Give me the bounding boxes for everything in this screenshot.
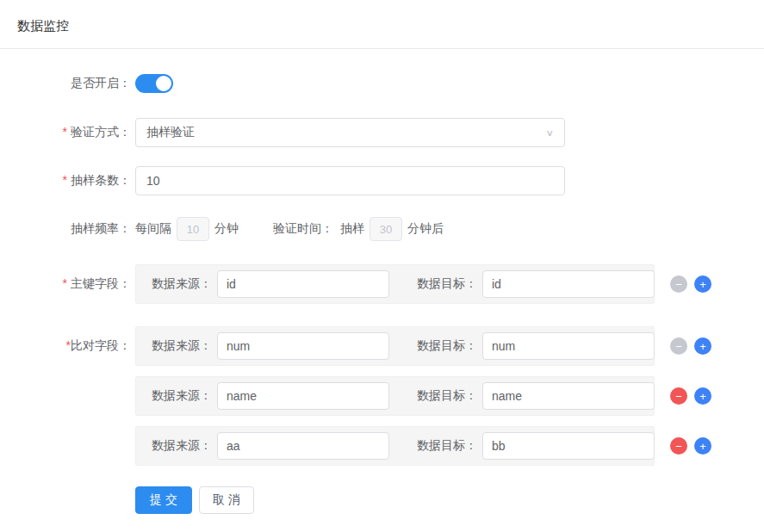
add-row-button[interactable]: + xyxy=(694,387,711,405)
verify-method-label: *验证方式： xyxy=(0,125,135,140)
verify-method-value: 抽样验证 xyxy=(146,125,545,140)
minus-icon: − xyxy=(675,341,682,352)
submit-button[interactable]: 提 交 xyxy=(135,486,192,514)
sample-count-label-text: 抽样条数： xyxy=(71,173,131,187)
plus-icon: + xyxy=(699,279,706,290)
toggle-knob-icon xyxy=(156,76,171,91)
required-asterisk: * xyxy=(63,173,67,187)
compare-row-actions-2: − + xyxy=(670,387,711,405)
primary-source-input[interactable] xyxy=(217,270,389,298)
add-row-button[interactable]: + xyxy=(694,437,711,455)
compare-field-row: 数据来源： 数据目标： − + xyxy=(0,376,764,416)
verify-method-select[interactable]: 抽样验证 ∨ xyxy=(135,118,565,147)
minus-icon: − xyxy=(675,279,682,290)
compare-row-actions-3: − + xyxy=(670,437,711,455)
verify-time-prefix: 抽样 xyxy=(340,221,364,237)
primary-field-row: *主键字段： 数据来源： 数据目标： − + xyxy=(0,264,764,304)
target-label: 数据目标： xyxy=(417,276,477,292)
remove-row-button[interactable]: − xyxy=(670,437,687,455)
source-label: 数据来源： xyxy=(152,338,212,354)
compare-row-actions-1: − + xyxy=(670,337,711,355)
compare-field-label: *比对字段： xyxy=(0,338,135,354)
compare-source-input-1[interactable] xyxy=(217,332,389,360)
primary-field-label-text: 主键字段： xyxy=(71,276,131,290)
enable-label: 是否开启： xyxy=(0,76,135,91)
interval-prefix: 每间隔 xyxy=(135,221,171,237)
field-pair-panel: 数据来源： 数据目标： xyxy=(135,376,655,416)
data-monitor-form: 是否开启： *验证方式： 抽样验证 ∨ *抽样条数： 抽样频率： 每间隔 分钟 … xyxy=(0,49,764,514)
remove-row-button: − xyxy=(670,337,687,355)
field-pair-panel: 数据来源： 数据目标： xyxy=(135,326,655,366)
minus-icon: − xyxy=(675,391,682,402)
interval-minutes-input xyxy=(177,217,209,241)
add-row-button[interactable]: + xyxy=(694,275,711,293)
plus-icon: + xyxy=(699,441,706,452)
frequency-row: 抽样频率： 每间隔 分钟 验证时间： 抽样 分钟后 xyxy=(0,217,764,241)
interval-suffix: 分钟 xyxy=(214,221,239,237)
page-header: 数据监控 xyxy=(0,0,764,49)
compare-source-input-2[interactable] xyxy=(217,382,389,410)
required-asterisk: * xyxy=(63,125,67,139)
enable-toggle[interactable] xyxy=(135,74,173,93)
required-asterisk: * xyxy=(63,276,67,290)
add-row-button[interactable]: + xyxy=(694,337,711,355)
cancel-button[interactable]: 取 消 xyxy=(199,486,254,514)
sample-count-input[interactable] xyxy=(135,166,565,195)
sample-count-row: *抽样条数： xyxy=(0,166,764,195)
enable-row: 是否开启： xyxy=(0,74,764,93)
verify-time-suffix: 分钟后 xyxy=(407,221,444,237)
compare-field-row: 数据来源： 数据目标： − + xyxy=(0,426,764,466)
compare-source-input-3[interactable] xyxy=(217,432,389,460)
target-label: 数据目标： xyxy=(417,388,477,404)
minus-icon: − xyxy=(675,441,682,452)
enable-label-text: 是否开启： xyxy=(71,76,131,90)
field-pair-panel: 数据来源： 数据目标： xyxy=(135,426,655,466)
primary-field-label: *主键字段： xyxy=(0,276,135,292)
field-pair-panel: 数据来源： 数据目标： xyxy=(135,264,655,304)
source-label: 数据来源： xyxy=(152,388,212,404)
remove-row-button: − xyxy=(670,275,687,293)
sample-count-label: *抽样条数： xyxy=(0,173,135,189)
compare-field-label-text: 比对字段： xyxy=(71,338,131,352)
frequency-label: 抽样频率： xyxy=(0,221,135,237)
chevron-down-icon: ∨ xyxy=(545,127,554,138)
remove-row-button[interactable]: − xyxy=(670,387,687,405)
verify-minutes-input xyxy=(370,217,402,241)
verify-time-label: 验证时间： xyxy=(273,221,333,237)
primary-row-actions: − + xyxy=(670,275,711,293)
target-label: 数据目标： xyxy=(417,338,477,354)
verify-method-label-text: 验证方式： xyxy=(71,125,131,139)
form-actions-row: 提 交 取 消 xyxy=(0,486,764,514)
frequency-label-text: 抽样频率： xyxy=(71,221,131,235)
compare-field-row: *比对字段： 数据来源： 数据目标： − + xyxy=(0,326,764,366)
plus-icon: + xyxy=(699,341,706,352)
compare-target-input-3[interactable] xyxy=(482,432,655,460)
verify-method-row: *验证方式： 抽样验证 ∨ xyxy=(0,118,764,147)
primary-target-input[interactable] xyxy=(482,270,655,298)
page-title: 数据监控 xyxy=(17,18,69,33)
plus-icon: + xyxy=(699,391,706,402)
compare-target-input-2[interactable] xyxy=(482,382,655,410)
source-label: 数据来源： xyxy=(152,276,212,292)
target-label: 数据目标： xyxy=(417,438,477,454)
source-label: 数据来源： xyxy=(152,438,212,454)
compare-target-input-1[interactable] xyxy=(482,332,655,360)
